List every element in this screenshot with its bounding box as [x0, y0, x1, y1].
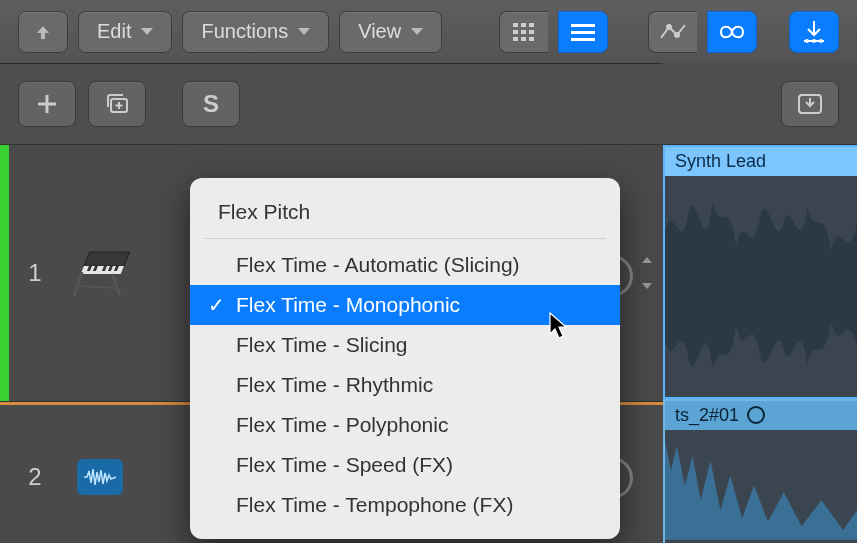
- waveform-icon: [83, 467, 117, 487]
- chevron-down-icon: [298, 28, 310, 35]
- stepper-up-icon: [642, 257, 652, 263]
- playhead-icon: [802, 21, 826, 43]
- flex-button[interactable]: [707, 11, 757, 53]
- track-number: 2: [0, 463, 70, 491]
- menu-divider: [204, 238, 606, 239]
- flex-menu-item-polyphonic[interactable]: Flex Time - Polyphonic: [190, 405, 620, 445]
- add-track-button[interactable]: [18, 81, 76, 127]
- view-menu-button[interactable]: View: [339, 11, 442, 53]
- svg-rect-11: [571, 38, 595, 41]
- duplicate-track-button[interactable]: [88, 81, 146, 127]
- flex-mode-stepper[interactable]: [639, 257, 655, 289]
- solo-button[interactable]: S: [182, 81, 240, 127]
- list-icon: [571, 23, 595, 41]
- collapse-up-button[interactable]: [18, 11, 68, 53]
- edit-menu-button[interactable]: Edit: [78, 11, 172, 53]
- svg-rect-6: [513, 37, 518, 41]
- catch-playhead-button[interactable]: [789, 11, 839, 53]
- region-title: Synth Lead: [665, 147, 857, 176]
- svg-rect-19: [84, 252, 130, 266]
- svg-point-15: [812, 39, 816, 43]
- main-toolbar: Edit Functions View: [0, 0, 857, 64]
- grid-view-button[interactable]: [499, 11, 548, 53]
- stepper-down-icon: [642, 283, 652, 289]
- svg-rect-5: [529, 30, 534, 34]
- flex-menu-item-rhythmic[interactable]: Flex Time - Rhythmic: [190, 365, 620, 405]
- svg-rect-10: [571, 31, 595, 34]
- flex-menu-item-automatic[interactable]: Flex Time - Automatic (Slicing): [190, 245, 620, 285]
- flex-icon: [719, 22, 745, 42]
- timeline-regions: Synth Lead ts_2#01: [663, 145, 857, 543]
- waveform-display: [665, 177, 857, 395]
- plus-icon: [36, 93, 58, 115]
- region-audio-2[interactable]: ts_2#01: [663, 399, 857, 543]
- functions-menu-button[interactable]: Functions: [182, 11, 329, 53]
- svg-point-16: [819, 39, 823, 43]
- chevron-down-icon: [411, 28, 423, 35]
- svg-rect-4: [521, 30, 526, 34]
- track-number: 1: [0, 259, 70, 287]
- flex-menu-item-slicing[interactable]: Flex Time - Slicing: [190, 325, 620, 365]
- flex-menu-header[interactable]: Flex Pitch: [190, 192, 620, 238]
- svg-line-26: [74, 272, 82, 296]
- flex-menu-item-tempophone[interactable]: Flex Time - Tempophone (FX): [190, 485, 620, 525]
- flex-menu-item-speed[interactable]: Flex Time - Speed (FX): [190, 445, 620, 485]
- waveform-display: [665, 431, 857, 540]
- duplicate-icon: [104, 93, 130, 115]
- arrow-up-icon: [33, 24, 53, 40]
- track-color-strip: [0, 145, 9, 401]
- region-synth-lead[interactable]: Synth Lead: [663, 145, 857, 399]
- collapse-in-icon: [797, 93, 823, 115]
- region-title: ts_2#01: [675, 405, 739, 426]
- svg-rect-2: [529, 23, 534, 27]
- svg-point-14: [805, 39, 809, 43]
- solo-label: S: [203, 90, 219, 118]
- functions-menu-label: Functions: [201, 20, 288, 43]
- keyboard-synth-icon: [70, 246, 130, 300]
- loop-indicator-icon: [747, 406, 765, 424]
- view-menu-label: View: [358, 20, 401, 43]
- svg-rect-9: [571, 24, 595, 27]
- svg-line-27: [112, 274, 120, 296]
- svg-rect-1: [521, 23, 526, 27]
- svg-rect-7: [521, 37, 526, 41]
- instrument-icon: [70, 243, 130, 303]
- svg-line-28: [76, 286, 118, 288]
- svg-point-13: [674, 32, 680, 38]
- list-view-button[interactable]: [558, 11, 608, 53]
- collapse-track-headers-button[interactable]: [781, 81, 839, 127]
- edit-menu-label: Edit: [97, 20, 131, 43]
- automation-button[interactable]: [648, 11, 697, 53]
- track-toolbar: S: [0, 64, 857, 145]
- svg-rect-0: [513, 23, 518, 27]
- flex-mode-menu: Flex Pitch Flex Time - Automatic (Slicin…: [190, 178, 620, 539]
- svg-point-12: [666, 24, 672, 30]
- chevron-down-icon: [141, 28, 153, 35]
- automation-curve-icon: [660, 23, 686, 41]
- audio-track-icon: [70, 447, 130, 507]
- grid-icon: [513, 23, 535, 41]
- svg-rect-8: [529, 37, 534, 41]
- svg-rect-3: [513, 30, 518, 34]
- flex-menu-item-monophonic[interactable]: Flex Time - Monophonic: [190, 285, 620, 325]
